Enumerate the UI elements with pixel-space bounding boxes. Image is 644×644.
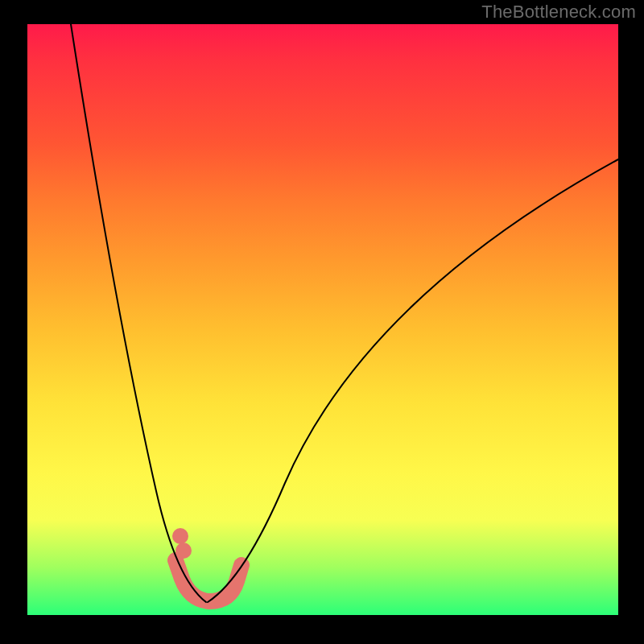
marker-dot: [175, 543, 192, 559]
watermark-text: TheBottleneck.com: [481, 2, 636, 23]
plot-area: [27, 24, 618, 615]
marker-dot: [172, 528, 188, 544]
curve-left: [71, 24, 206, 602]
chart-frame: TheBottleneck.com: [0, 0, 644, 644]
curve-right: [208, 159, 618, 602]
chart-svg: [27, 24, 618, 615]
